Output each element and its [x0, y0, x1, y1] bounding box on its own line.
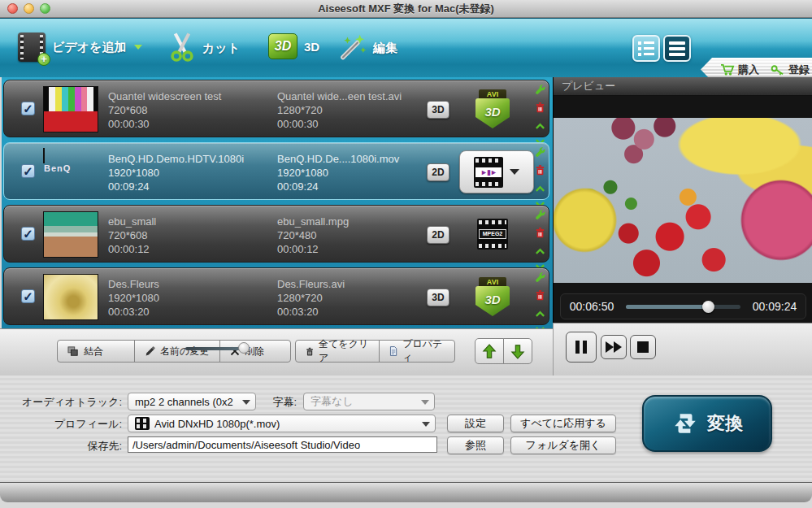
scissors-icon — [168, 33, 196, 64]
file-row[interactable]: ✓ ebu_small 720*608 00:00:12 ebu_small.m… — [3, 205, 549, 263]
volume-slider[interactable] — [185, 347, 248, 350]
stop-icon — [637, 341, 649, 353]
key-icon — [771, 64, 785, 76]
edit-button[interactable]: 編集 — [337, 33, 397, 64]
merge-button[interactable]: 結合 — [57, 340, 135, 363]
edit-settings-icon[interactable] — [534, 272, 546, 288]
profile-settings-button[interactable]: 設定 — [447, 415, 504, 432]
file-row[interactable]: ✓ Quantel widescreen test 720*608 00:00:… — [3, 80, 549, 137]
trash-icon — [306, 346, 314, 357]
edit-settings-icon[interactable] — [534, 210, 546, 225]
volume-handle[interactable] — [238, 342, 250, 354]
row-checkbox[interactable]: ✓ — [21, 164, 35, 178]
rename-button[interactable]: 名前の変更 — [134, 340, 220, 363]
stop-button[interactable] — [630, 335, 656, 359]
dimension-badge[interactable]: 3D — [427, 101, 449, 119]
mpeg-format-icon[interactable]: MPEG2 — [477, 219, 508, 250]
pause-button[interactable] — [566, 332, 597, 363]
dimension-badge[interactable]: 2D — [427, 226, 449, 244]
move-up-icon[interactable] — [535, 180, 545, 195]
chevron-down-icon — [421, 400, 429, 405]
subtitle-dropdown[interactable]: 字幕なし — [303, 393, 435, 410]
thumbnail-view-button[interactable] — [632, 35, 660, 62]
move-up-icon[interactable] — [535, 118, 545, 132]
register-button[interactable]: 登録 — [771, 63, 810, 77]
format-dropdown-button[interactable]: ►▮► — [459, 150, 534, 193]
preview-progress-handle[interactable] — [702, 301, 714, 313]
dimension-badge[interactable]: 3D — [427, 289, 449, 306]
video-thumbnail: BenQ — [43, 148, 45, 163]
destination-label: 保存先: — [8, 439, 122, 454]
move-item-up-button[interactable] — [475, 338, 504, 364]
properties-button[interactable]: プロパティ — [379, 340, 455, 363]
open-folder-button[interactable]: フォルダを開く — [510, 436, 616, 454]
list-actions-bar: 結合 名前の変更 削除 全てをクリア プロパティ — [0, 328, 553, 376]
edit-label: 編集 — [373, 41, 397, 56]
film-format-icon — [135, 417, 150, 430]
source-info: BenQ.HD.Demo.HDTV.1080i 1920*1080 00:09:… — [108, 152, 271, 193]
edit-settings-icon[interactable] — [534, 85, 546, 100]
toolbar: + ビデオを追加 カット 3D 3D — [0, 18, 812, 77]
progress-slider[interactable] — [626, 305, 740, 309]
chevron-down-icon — [510, 169, 519, 175]
row-checkbox[interactable]: ✓ — [21, 227, 35, 241]
preview-panel: プレビュー 00:06:50 00:09:24 — [553, 77, 812, 323]
browse-button[interactable]: 参照 — [447, 436, 504, 454]
clear-all-button[interactable]: 全てをクリア — [295, 340, 380, 363]
current-time: 00:06:50 — [561, 300, 623, 313]
output-info: ebu_small.mpg 720*480 00:00:12 — [277, 215, 440, 256]
pencil-icon — [145, 346, 155, 357]
file-list: ✓ Quantel widescreen test 720*608 00:00:… — [2, 77, 553, 328]
subtitle-label: 字幕: — [183, 395, 297, 410]
three-d-button[interactable]: 3D 3D — [268, 33, 319, 59]
window-title: Aiseesoft MXF 変換 for Mac(未登録) — [0, 2, 812, 16]
fast-forward-icon — [606, 341, 622, 353]
cut-label: カット — [202, 41, 240, 56]
output-info: Quantel wide...een test.avi 1280*720 00:… — [277, 89, 440, 131]
apply-to-all-button[interactable]: すべてに応用する — [510, 415, 616, 432]
row-checkbox[interactable]: ✓ — [21, 289, 35, 303]
dimension-badge[interactable]: 2D — [427, 163, 449, 181]
row-checkbox[interactable]: ✓ — [21, 102, 35, 115]
list-view-button[interactable] — [663, 35, 691, 62]
profile-dropdown[interactable]: Avid DNxHD 1080p(*.mov) — [128, 415, 436, 432]
file-row-selected[interactable]: ✓ BenQ BenQ.HD.Demo.HDTV.1080i 1920*1080… — [3, 142, 549, 200]
video-thumbnail — [43, 86, 98, 132]
audio-track-label: オーディオトラック: — [8, 395, 122, 410]
buy-button[interactable]: 購入 — [720, 63, 759, 77]
fast-forward-button[interactable] — [601, 335, 627, 359]
add-video-label: ビデオを追加 — [52, 40, 126, 55]
magic-wand-icon — [337, 33, 367, 64]
move-up-icon[interactable] — [535, 243, 545, 258]
delete-row-icon[interactable] — [535, 102, 545, 116]
move-item-down-button[interactable] — [503, 338, 532, 364]
add-video-button[interactable]: + ビデオを追加 — [18, 33, 142, 62]
playback-timebar: 00:06:50 00:09:24 — [560, 293, 806, 319]
merge-icon — [67, 346, 79, 357]
cart-icon — [720, 63, 735, 76]
delete-row-icon[interactable] — [535, 227, 545, 241]
pause-icon — [575, 341, 587, 354]
three-d-label: 3D — [304, 40, 319, 54]
source-info: Des.Fleurs 1920*1080 00:03:20 — [108, 277, 271, 319]
profile-label: プロフィール: — [8, 417, 122, 432]
playback-controls — [553, 323, 812, 376]
output-info: Des.Fleurs.avi 1280*720 00:03:20 — [277, 277, 440, 319]
edit-settings-icon[interactable] — [534, 147, 546, 163]
avi-3d-format-icon[interactable]: AVI 3D — [475, 277, 510, 316]
cut-button[interactable]: カット — [168, 33, 240, 64]
move-up-icon[interactable] — [535, 306, 545, 320]
chevron-down-icon — [134, 45, 142, 50]
source-info: Quantel widescreen test 720*608 00:00:30 — [108, 89, 271, 131]
cube-3d-icon: 3D — [268, 33, 297, 59]
destination-input[interactable]: /Users/admin/Documents/Aiseesoft Studio/… — [128, 436, 437, 453]
avi-3d-format-icon[interactable]: AVI 3D — [475, 89, 510, 128]
delete-row-icon[interactable] — [535, 289, 545, 304]
delete-row-icon[interactable] — [535, 164, 545, 179]
app-window: Aiseesoft MXF 変換 for Mac(未登録) + ビデオを追加 カ… — [0, 0, 812, 508]
convert-button[interactable]: 変換 — [642, 395, 772, 452]
file-row[interactable]: ✓ Des.Fleurs 1920*1080 00:03:20 Des.Fleu… — [3, 267, 549, 325]
add-video-icon: + — [18, 33, 46, 62]
delete-button[interactable]: 削除 — [219, 340, 291, 363]
total-time: 00:09:24 — [744, 300, 805, 313]
